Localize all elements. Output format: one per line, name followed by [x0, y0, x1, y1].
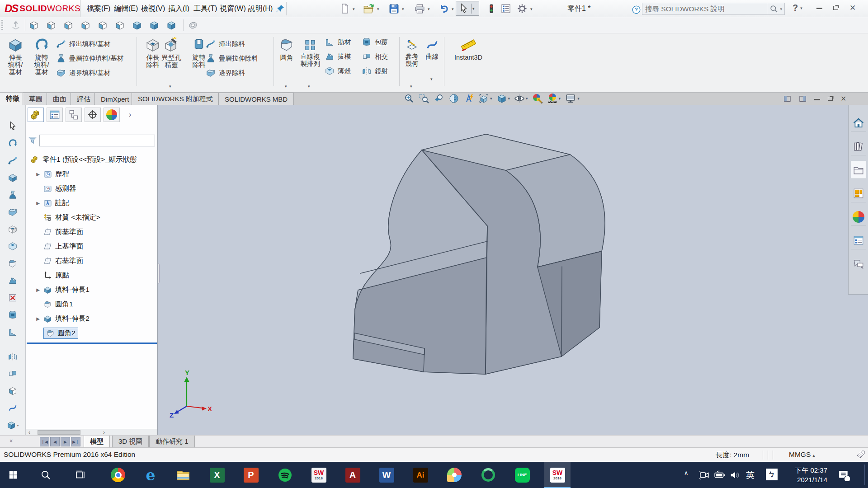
rollback-bar[interactable]: [27, 343, 157, 344]
green-ring-app-icon[interactable]: [475, 462, 501, 488]
options-list-button[interactable]: [499, 2, 513, 15]
tree-item-right-plane[interactable]: 右基準面: [26, 254, 158, 267]
ime-language-indicator[interactable]: 英: [746, 469, 755, 481]
tree-item-history[interactable]: ▶歷程: [26, 167, 158, 181]
expand-arrow-icon[interactable]: ▶: [36, 201, 40, 206]
sw-forum-icon[interactable]: [851, 255, 866, 273]
solidworks-2016-app-icon[interactable]: SW2016: [306, 462, 332, 488]
edit-appearance-button[interactable]: [532, 93, 543, 104]
motion-study-tab[interactable]: 動作研究 1: [149, 436, 195, 448]
swept-boss-button[interactable]: 掃出填料/基材: [56, 38, 110, 50]
intersect-tool-icon[interactable]: [6, 367, 19, 380]
extrude-tool-icon[interactable]: [6, 171, 19, 184]
tree-item-sensors[interactable]: 感測器: [26, 182, 158, 195]
lofted-boss-button[interactable]: 疊層拉伸填料/基材: [56, 52, 123, 64]
tree-root-item[interactable]: 零件1 (預設<<預設>_顯示狀態: [26, 153, 158, 166]
doc-close-button[interactable]: ✕: [840, 94, 846, 103]
left-view-button[interactable]: [62, 19, 74, 31]
shell-button[interactable]: 薄殼: [325, 65, 351, 77]
panel-splitter-handle[interactable]: [158, 263, 160, 284]
fillet-dropdown-icon[interactable]: ▾: [285, 84, 287, 89]
tab-sw-mbd[interactable]: SOLIDWORKS MBD: [218, 93, 294, 105]
revolved-boss-button[interactable]: 旋轉填料/基材: [28, 37, 55, 75]
apply-scene-button[interactable]: [187, 19, 199, 31]
tree-item-front-plane[interactable]: 前基準面: [26, 225, 158, 239]
tree-item-fillet1[interactable]: 圓角1: [26, 297, 158, 311]
boundary-boss-button[interactable]: 邊界填料/基材: [56, 67, 110, 79]
boundary-cut-button[interactable]: 邊界除料: [206, 67, 245, 79]
menu-help[interactable]: 說明(H): [244, 0, 277, 17]
back-view-button[interactable]: [45, 19, 57, 31]
sweep-tool-icon[interactable]: [6, 154, 19, 167]
design-library-icon[interactable]: [851, 137, 866, 155]
print-button[interactable]: [413, 2, 426, 15]
part-model[interactable]: Y X Z: [158, 105, 868, 435]
boundary-tool-icon[interactable]: [6, 206, 19, 218]
select-tool-icon[interactable]: [6, 120, 19, 132]
linear-pattern-button[interactable]: 直線複製排列: [297, 37, 323, 67]
fillet-tool-icon[interactable]: [6, 257, 19, 270]
prev-tab-button[interactable]: ◀: [50, 437, 60, 446]
help-search-input[interactable]: [642, 5, 767, 13]
cut-tool-icon[interactable]: [6, 223, 19, 235]
loft-tool-icon[interactable]: [6, 188, 19, 201]
intersect-button[interactable]: 相交: [362, 51, 388, 62]
scroll-right-icon[interactable]: ›: [100, 429, 108, 436]
apply-scene-button[interactable]: ▾: [547, 93, 561, 104]
draft-tool-icon[interactable]: [6, 274, 19, 287]
tree-horizontal-scrollbar[interactable]: ‹ ›: [26, 429, 158, 435]
section-view-button[interactable]: [448, 93, 459, 104]
lofted-cut-button[interactable]: 疊層拉伸除料: [206, 52, 258, 64]
tree-filter-input[interactable]: [39, 135, 155, 146]
3d-views-tab[interactable]: 3D 視圖: [112, 436, 149, 448]
chevron-down-icon[interactable]: ▾: [780, 7, 782, 11]
display-style-button[interactable]: ▾: [496, 93, 510, 104]
settings-gear-button[interactable]: [515, 2, 529, 15]
next-tab-button[interactable]: ▶: [61, 437, 70, 446]
task-view-button[interactable]: [67, 462, 93, 488]
configurationmanager-tab[interactable]: [66, 108, 82, 122]
select-tool-button[interactable]: ▾: [456, 1, 479, 16]
save-button[interactable]: [387, 2, 401, 15]
pin-menu-icon[interactable]: [274, 2, 287, 15]
tree-item-top-plane[interactable]: 上基準面: [26, 239, 158, 253]
curves-dropdown-icon[interactable]: ▾: [430, 77, 433, 81]
rebuild-button[interactable]: [485, 2, 498, 15]
edge-app-icon[interactable]: e: [137, 462, 164, 488]
tree-item-boss-extrude2[interactable]: ▶填料-伸長2: [26, 312, 158, 325]
acrobat-app-icon[interactable]: A: [340, 462, 366, 488]
isometric-view-button[interactable]: [131, 19, 143, 31]
tray-volume-icon[interactable]: [729, 469, 741, 481]
swept-cut-button[interactable]: 掃出除料: [206, 38, 245, 50]
undo-button[interactable]: [437, 2, 450, 15]
tab-dimxpert[interactable]: DimXpert: [94, 93, 136, 105]
mirror-tool-icon[interactable]: [6, 350, 19, 363]
doc-minimize-button[interactable]: [814, 97, 820, 100]
file-explorer-pane-icon[interactable]: [851, 161, 866, 179]
solidworks-active-app-icon[interactable]: SW2016: [544, 462, 571, 488]
file-explorer-app-icon[interactable]: [170, 462, 196, 488]
featuremanager-tab[interactable]: [28, 108, 44, 122]
pattern-tool-icon[interactable]: [6, 326, 19, 338]
tray-battery-icon[interactable]: [713, 469, 726, 481]
model-tab[interactable]: 模型: [84, 436, 110, 448]
hidden-icons-chevron[interactable]: ∧: [684, 469, 689, 476]
front-view-button[interactable]: [28, 19, 40, 31]
fillet-button[interactable]: 圓角: [277, 37, 297, 61]
curve-tool-icon[interactable]: [6, 402, 19, 414]
expand-arrow-icon[interactable]: ▶: [36, 316, 40, 321]
tree-item-boss-extrude1[interactable]: ▶填料-伸長1: [26, 283, 158, 296]
view-annotations-button[interactable]: [463, 93, 474, 104]
wrap-button[interactable]: 包覆: [362, 36, 388, 48]
tab-features[interactable]: 特徵: [0, 93, 25, 105]
ime-mode-indicator[interactable]: ㄅ: [766, 469, 778, 480]
scrollbar-thumb[interactable]: [38, 430, 80, 435]
spotify-app-icon[interactable]: [272, 462, 298, 488]
dimxpertmanager-tab[interactable]: [85, 108, 101, 122]
help-icon[interactable]: ?: [629, 3, 643, 16]
dimetric-view-button[interactable]: [165, 19, 177, 31]
view-orientation-button[interactable]: ▾: [478, 93, 492, 104]
first-tab-button[interactable]: ❘◀: [40, 437, 49, 446]
hide-show-items-button[interactable]: ▾: [514, 93, 528, 104]
word-app-icon[interactable]: W: [373, 462, 400, 488]
